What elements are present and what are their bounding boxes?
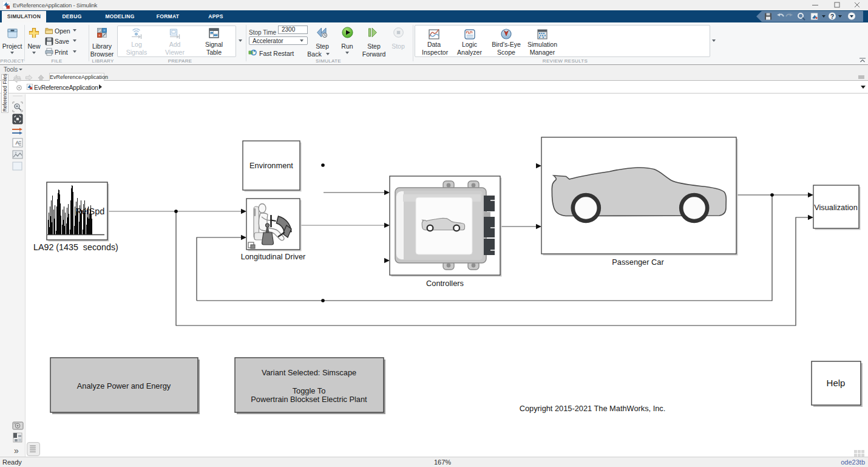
svg-text:Toggle To: Toggle To — [293, 386, 326, 395]
svg-text:Copyright 2015-2021 The MathWo: Copyright 2015-2021 The MathWorks, Inc. — [520, 404, 666, 413]
svg-text:Longitudinal Driver: Longitudinal Driver — [241, 252, 306, 261]
svg-text:LA92 (1435 seconds): LA92 (1435 seconds) — [33, 242, 118, 252]
svg-text:Help: Help — [827, 378, 846, 388]
svg-text:Passenger Car: Passenger Car — [612, 257, 664, 267]
svg-text:Visualization: Visualization — [814, 203, 858, 212]
svg-text:Controllers: Controllers — [426, 279, 464, 288]
svg-text:Environment: Environment — [249, 161, 293, 170]
svg-text:Powertrain Blockset Electric P: Powertrain Blockset Electric Plant — [251, 395, 367, 404]
svg-text:Analyze Power and Energy: Analyze Power and Energy — [77, 381, 171, 390]
svg-text:RefSpd: RefSpd — [75, 206, 104, 216]
svg-text:Variant Selected: Simscape: Variant Selected: Simscape — [262, 368, 356, 377]
